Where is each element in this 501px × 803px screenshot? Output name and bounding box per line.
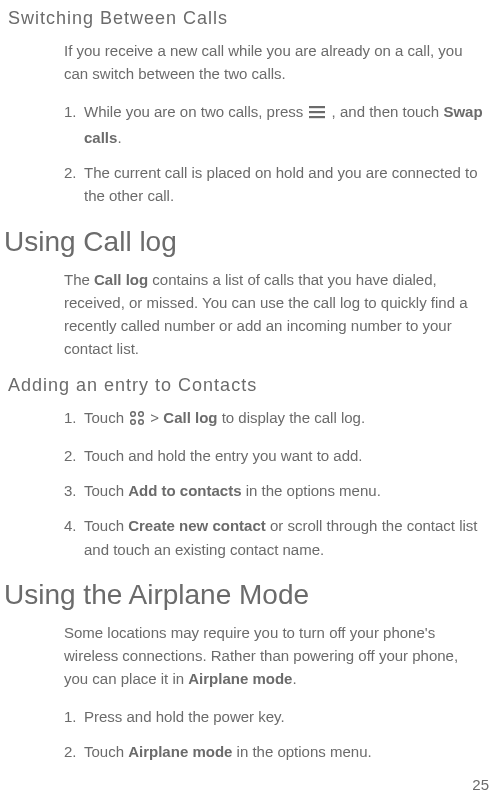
- step-body: The current call is placed on hold and y…: [84, 161, 485, 208]
- svg-point-6: [139, 419, 144, 424]
- step-body: Touch Create new contact or scroll throu…: [84, 514, 485, 561]
- step-number: 4.: [64, 514, 84, 561]
- step-number: 1.: [64, 406, 84, 432]
- step-body: Press and hold the power key.: [84, 705, 485, 728]
- step-3-add-contacts: 3. Touch Add to contacts in the options …: [64, 479, 485, 502]
- step-body: Touch Airplane mode in the options menu.: [84, 740, 485, 763]
- text: Touch: [84, 517, 128, 534]
- step-2-touch-hold: 2. Touch and hold the entry you want to …: [64, 444, 485, 467]
- apps-grid-icon: [129, 409, 145, 432]
- svg-point-3: [131, 411, 136, 416]
- step-number: 3.: [64, 479, 84, 502]
- text: .: [117, 129, 121, 146]
- text: >: [146, 409, 163, 426]
- step-number: 2.: [64, 161, 84, 208]
- call-log-bold: Call log: [163, 409, 217, 426]
- step-1-touch-call-log: 1. Touch > Call log to display the call …: [64, 406, 485, 432]
- step-body: Touch and hold the entry you want to add…: [84, 444, 485, 467]
- step-1-power-key: 1. Press and hold the power key.: [64, 705, 485, 728]
- menu-icon: [308, 103, 326, 126]
- svg-rect-0: [309, 106, 325, 108]
- heading-adding-entry: Adding an entry to Contacts: [8, 375, 493, 396]
- step-number: 1.: [64, 100, 84, 150]
- text: Touch: [84, 743, 128, 760]
- heading-airplane-mode: Using the Airplane Mode: [4, 579, 493, 611]
- step-2-airplane-touch: 2. Touch Airplane mode in the options me…: [64, 740, 485, 763]
- heading-switching-calls: Switching Between Calls: [8, 8, 493, 29]
- step-number: 2.: [64, 444, 84, 467]
- add-to-contacts-label: Add to contacts: [128, 482, 241, 499]
- page-number: 25: [472, 776, 489, 793]
- text: to display the call log.: [217, 409, 365, 426]
- para-airplane: Some locations may require you to turn o…: [64, 621, 485, 691]
- svg-rect-2: [309, 116, 325, 118]
- text: While you are on two calls, press: [84, 103, 307, 120]
- text: , and then touch: [332, 103, 444, 120]
- airplane-mode-bold: Airplane mode: [128, 743, 232, 760]
- step-body: Touch Add to contacts in the options men…: [84, 479, 485, 502]
- heading-using-call-log: Using Call log: [4, 226, 493, 258]
- airplane-mode-label: Airplane mode: [188, 670, 292, 687]
- step-4-create-contact: 4. Touch Create new contact or scroll th…: [64, 514, 485, 561]
- svg-point-4: [139, 411, 144, 416]
- text: in the options menu.: [242, 482, 381, 499]
- svg-point-5: [131, 419, 136, 424]
- step-2-hold: 2. The current call is placed on hold an…: [64, 161, 485, 208]
- step-body: Touch > Call log to display the call log…: [84, 406, 485, 432]
- step-body: While you are on two calls, press , and …: [84, 100, 485, 150]
- text: The: [64, 271, 94, 288]
- text: Touch: [84, 482, 128, 499]
- step-number: 1.: [64, 705, 84, 728]
- para-call-log: The Call log contains a list of calls th…: [64, 268, 485, 361]
- create-new-contact-label: Create new contact: [128, 517, 266, 534]
- text: Touch: [84, 409, 128, 426]
- call-log-label: Call log: [94, 271, 148, 288]
- step-1-swap: 1. While you are on two calls, press , a…: [64, 100, 485, 150]
- svg-rect-1: [309, 111, 325, 113]
- step-number: 2.: [64, 740, 84, 763]
- para-switching-intro: If you receive a new call while you are …: [64, 39, 485, 86]
- text: in the options menu.: [232, 743, 371, 760]
- text: .: [292, 670, 296, 687]
